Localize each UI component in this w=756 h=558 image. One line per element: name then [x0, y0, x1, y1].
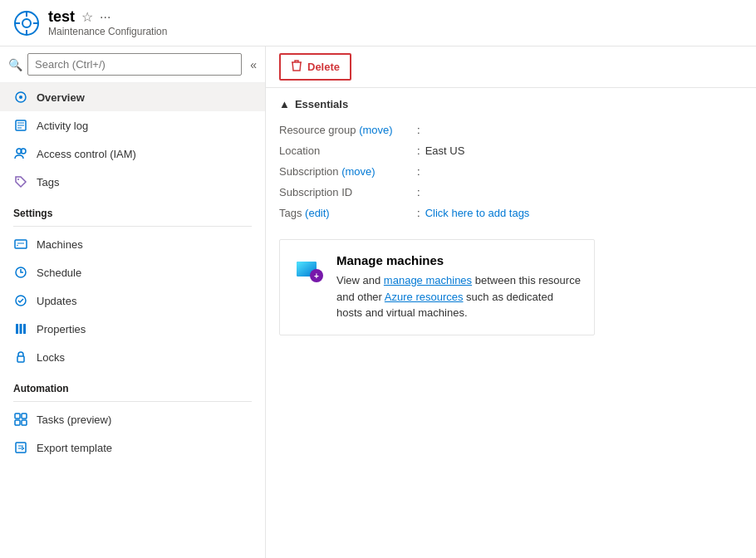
svg-point-14	[17, 179, 19, 180]
automation-section-label: Automation	[0, 371, 265, 398]
resource-group-move-link[interactable]: (move)	[359, 124, 392, 136]
svg-rect-24	[15, 414, 20, 418]
search-box: 🔍 «	[0, 46, 265, 83]
sidebar-item-schedule[interactable]: Schedule	[0, 258, 265, 286]
main-layout: 🔍 « Overview Activity log Access control…	[0, 46, 756, 558]
tags-icon	[13, 174, 28, 189]
cards-section: + Manage machines View and manage machin…	[266, 232, 756, 349]
collapse-icon[interactable]: «	[250, 58, 257, 71]
updates-icon	[13, 293, 28, 308]
more-options-icon[interactable]: ···	[100, 10, 110, 25]
essentials-header[interactable]: ▲ Essentials	[279, 98, 743, 110]
title-group: test ☆ ··· Maintenance Configuration	[48, 8, 167, 37]
sidebar-item-label: Updates	[37, 295, 76, 307]
svg-rect-27	[22, 420, 27, 425]
resource-icon	[13, 10, 40, 37]
svg-rect-22	[23, 324, 26, 334]
card-description: View and manage machines between this re…	[336, 272, 581, 321]
sidebar-item-label: Overview	[37, 91, 85, 104]
sidebar-item-locks[interactable]: Locks	[0, 343, 265, 371]
manage-machines-card-icon: +	[293, 253, 326, 286]
sidebar: 🔍 « Overview Activity log Access control…	[0, 46, 266, 558]
svg-rect-15	[15, 240, 27, 248]
activity-log-icon	[13, 118, 28, 133]
sidebar-item-iam[interactable]: Access control (IAM)	[0, 140, 265, 168]
page-subtitle: Maintenance Configuration	[48, 26, 167, 37]
card-title: Manage machines	[336, 253, 581, 267]
essentials-row-resource-group: Resource group (move) :	[279, 120, 743, 140]
favorite-icon[interactable]: ☆	[81, 9, 93, 25]
tags-add-link[interactable]: Click here to add tags	[425, 207, 530, 219]
essentials-title: Essentials	[295, 98, 348, 110]
sidebar-item-export[interactable]: Export template	[0, 433, 265, 462]
essentials-row-subscription-id: Subscription ID :	[279, 183, 743, 202]
manage-machines-card: + Manage machines View and manage machin…	[279, 239, 595, 335]
settings-divider	[13, 226, 252, 227]
sidebar-item-updates[interactable]: Updates	[0, 286, 265, 315]
sidebar-item-label: Tags	[37, 176, 59, 188]
properties-icon	[13, 321, 28, 336]
sidebar-item-machines[interactable]: Machines	[0, 230, 265, 258]
sidebar-item-label: Properties	[37, 323, 86, 335]
sidebar-item-label: Export template	[37, 442, 112, 454]
tags-edit-link[interactable]: (edit)	[305, 207, 330, 219]
sidebar-item-label: Schedule	[37, 267, 81, 279]
machines-icon	[13, 237, 28, 252]
location-value: East US	[425, 144, 465, 157]
overview-icon	[13, 90, 28, 105]
content-area: Delete ▲ Essentials Resource group (move…	[266, 46, 756, 558]
svg-rect-20	[16, 324, 18, 334]
search-icon: 🔍	[8, 58, 22, 71]
sidebar-item-tags[interactable]: Tags	[0, 168, 265, 196]
svg-rect-21	[20, 324, 22, 334]
page-title: test	[48, 8, 75, 26]
essentials-chevron-icon: ▲	[279, 98, 290, 110]
schedule-icon	[13, 265, 28, 280]
sidebar-item-properties[interactable]: Properties	[0, 315, 265, 343]
manage-machines-card-body: Manage machines View and manage machines…	[336, 253, 581, 321]
page-header: test ☆ ··· Maintenance Configuration	[0, 0, 756, 46]
automation-divider	[13, 401, 252, 402]
essentials-row-subscription: Subscription (move) :	[279, 162, 743, 181]
iam-icon	[13, 146, 28, 161]
sidebar-item-label: Access control (IAM)	[37, 148, 136, 160]
sidebar-item-tasks[interactable]: Tasks (preview)	[0, 405, 265, 433]
svg-rect-23	[17, 356, 24, 362]
search-input[interactable]	[27, 53, 242, 76]
sidebar-item-label: Machines	[37, 238, 83, 251]
trash-icon	[291, 59, 302, 75]
essentials-section: ▲ Essentials Resource group (move) : Loc…	[266, 88, 756, 232]
essentials-row-location: Location : East US	[279, 141, 743, 160]
essentials-fields: Resource group (move) : Location : East …	[279, 120, 743, 223]
sidebar-item-activity-log[interactable]: Activity log	[0, 111, 265, 140]
svg-rect-25	[22, 414, 27, 418]
toolbar: Delete	[266, 46, 756, 88]
manage-machines-link[interactable]: manage machines	[384, 274, 472, 286]
sidebar-item-label: Activity log	[37, 120, 88, 132]
svg-rect-26	[15, 420, 20, 425]
delete-button[interactable]: Delete	[279, 53, 351, 81]
azure-resources-link[interactable]: Azure resources	[385, 291, 464, 303]
sidebar-item-overview[interactable]: Overview	[0, 83, 265, 111]
essentials-row-tags: Tags (edit) : Click here to add tags	[279, 203, 743, 223]
svg-point-17	[17, 245, 18, 247]
sidebar-item-label: Tasks (preview)	[37, 414, 111, 426]
svg-point-7	[19, 95, 22, 99]
sidebar-item-label: Locks	[37, 351, 65, 364]
export-icon	[13, 440, 28, 455]
locks-icon	[13, 350, 28, 365]
settings-section-label: Settings	[0, 196, 265, 223]
tasks-icon	[13, 412, 28, 427]
svg-point-1	[22, 19, 31, 27]
svg-text:+: +	[314, 272, 319, 281]
subscription-move-link[interactable]: (move)	[341, 165, 375, 178]
svg-rect-28	[16, 443, 26, 453]
